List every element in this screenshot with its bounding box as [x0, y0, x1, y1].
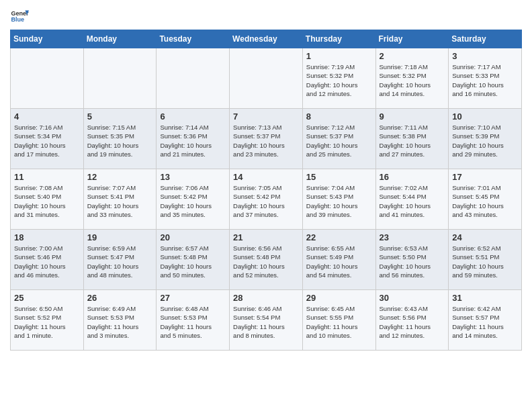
day-info: Sunrise: 6:57 AM Sunset: 5:48 PM Dayligh… [160, 244, 226, 279]
calendar-day-cell [230, 48, 303, 109]
calendar-day-cell [83, 48, 157, 109]
calendar-day-cell: 7Sunrise: 7:13 AM Sunset: 5:37 PM Daylig… [230, 109, 303, 169]
calendar-day-cell: 21Sunrise: 6:56 AM Sunset: 5:48 PM Dayli… [230, 230, 303, 290]
day-number: 12 [87, 172, 153, 182]
day-info: Sunrise: 6:52 AM Sunset: 5:51 PM Dayligh… [452, 244, 518, 279]
day-number: 13 [160, 172, 226, 182]
calendar-day-cell: 20Sunrise: 6:57 AM Sunset: 5:48 PM Dayli… [157, 230, 230, 290]
calendar-day-cell: 19Sunrise: 6:59 AM Sunset: 5:47 PM Dayli… [83, 230, 157, 290]
logo: General Blue [10, 7, 32, 26]
calendar-day-cell: 10Sunrise: 7:10 AM Sunset: 5:39 PM Dayli… [449, 109, 522, 169]
day-info: Sunrise: 7:19 AM Sunset: 5:32 PM Dayligh… [306, 62, 372, 98]
day-info: Sunrise: 7:05 AM Sunset: 5:42 PM Dayligh… [233, 183, 299, 219]
calendar-table: SundayMondayTuesdayWednesdayThursdayFrid… [10, 30, 522, 351]
calendar-day-cell: 2Sunrise: 7:18 AM Sunset: 5:32 PM Daylig… [375, 48, 449, 109]
day-info: Sunrise: 6:55 AM Sunset: 5:49 PM Dayligh… [306, 244, 372, 279]
calendar-week-row: 11Sunrise: 7:08 AM Sunset: 5:40 PM Dayli… [11, 169, 522, 230]
calendar-day-cell: 16Sunrise: 7:02 AM Sunset: 5:44 PM Dayli… [375, 169, 449, 230]
day-info: Sunrise: 6:49 AM Sunset: 5:53 PM Dayligh… [87, 304, 153, 340]
calendar-day-cell: 11Sunrise: 7:08 AM Sunset: 5:40 PM Dayli… [11, 169, 84, 230]
calendar-day-cell: 18Sunrise: 7:00 AM Sunset: 5:46 PM Dayli… [11, 230, 84, 290]
calendar-day-cell: 12Sunrise: 7:07 AM Sunset: 5:41 PM Dayli… [83, 169, 157, 230]
day-info: Sunrise: 7:08 AM Sunset: 5:40 PM Dayligh… [14, 183, 80, 219]
svg-text:Blue: Blue [11, 16, 24, 23]
calendar-week-row: 1Sunrise: 7:19 AM Sunset: 5:32 PM Daylig… [11, 48, 522, 109]
day-info: Sunrise: 7:15 AM Sunset: 5:35 PM Dayligh… [87, 123, 153, 158]
page-header: General Blue [10, 7, 522, 26]
calendar-day-cell: 31Sunrise: 6:42 AM Sunset: 5:57 PM Dayli… [449, 290, 522, 351]
calendar-week-row: 18Sunrise: 7:00 AM Sunset: 5:46 PM Dayli… [11, 230, 522, 290]
day-info: Sunrise: 7:10 AM Sunset: 5:39 PM Dayligh… [452, 123, 518, 158]
calendar-day-cell: 28Sunrise: 6:46 AM Sunset: 5:54 PM Dayli… [230, 290, 303, 351]
weekday-header-row: SundayMondayTuesdayWednesdayThursdayFrid… [11, 30, 522, 48]
day-number: 11 [14, 172, 80, 182]
calendar-day-cell: 4Sunrise: 7:16 AM Sunset: 5:34 PM Daylig… [11, 109, 84, 169]
day-number: 10 [452, 111, 518, 122]
calendar-day-cell: 8Sunrise: 7:12 AM Sunset: 5:37 PM Daylig… [302, 109, 375, 169]
day-info: Sunrise: 7:18 AM Sunset: 5:32 PM Dayligh… [380, 62, 445, 98]
calendar-day-cell: 29Sunrise: 6:45 AM Sunset: 5:55 PM Dayli… [302, 290, 375, 351]
day-number: 27 [160, 293, 226, 303]
day-number: 5 [87, 111, 153, 122]
calendar-day-cell [11, 48, 84, 109]
day-number: 26 [87, 293, 153, 303]
day-info: Sunrise: 7:14 AM Sunset: 5:36 PM Dayligh… [160, 123, 226, 158]
day-info: Sunrise: 7:01 AM Sunset: 5:45 PM Dayligh… [452, 183, 518, 219]
day-info: Sunrise: 6:48 AM Sunset: 5:53 PM Dayligh… [160, 304, 226, 340]
day-info: Sunrise: 6:56 AM Sunset: 5:48 PM Dayligh… [233, 244, 299, 279]
day-number: 23 [380, 232, 445, 242]
day-info: Sunrise: 6:59 AM Sunset: 5:47 PM Dayligh… [87, 244, 153, 279]
day-number: 24 [452, 232, 518, 242]
day-number: 31 [452, 293, 518, 303]
day-number: 3 [452, 51, 518, 61]
day-info: Sunrise: 6:50 AM Sunset: 5:52 PM Dayligh… [14, 304, 80, 340]
day-info: Sunrise: 6:43 AM Sunset: 5:56 PM Dayligh… [380, 304, 445, 340]
calendar-week-row: 25Sunrise: 6:50 AM Sunset: 5:52 PM Dayli… [11, 290, 522, 351]
day-number: 14 [233, 172, 299, 182]
weekday-header-monday: Monday [83, 30, 157, 48]
calendar-day-cell: 5Sunrise: 7:15 AM Sunset: 5:35 PM Daylig… [83, 109, 157, 169]
day-number: 8 [306, 111, 372, 122]
day-number: 2 [380, 51, 445, 61]
day-number: 21 [233, 232, 299, 242]
day-number: 9 [380, 111, 445, 122]
day-number: 17 [452, 172, 518, 182]
calendar-day-cell: 9Sunrise: 7:11 AM Sunset: 5:38 PM Daylig… [375, 109, 449, 169]
calendar-day-cell: 17Sunrise: 7:01 AM Sunset: 5:45 PM Dayli… [449, 169, 522, 230]
day-info: Sunrise: 7:06 AM Sunset: 5:42 PM Dayligh… [160, 183, 226, 219]
weekday-header-saturday: Saturday [449, 30, 522, 48]
day-info: Sunrise: 6:53 AM Sunset: 5:50 PM Dayligh… [380, 244, 445, 279]
day-number: 18 [14, 232, 80, 242]
calendar-day-cell: 1Sunrise: 7:19 AM Sunset: 5:32 PM Daylig… [302, 48, 375, 109]
day-info: Sunrise: 6:46 AM Sunset: 5:54 PM Dayligh… [233, 304, 299, 340]
day-info: Sunrise: 7:17 AM Sunset: 5:33 PM Dayligh… [452, 62, 518, 98]
day-number: 4 [14, 111, 80, 122]
day-number: 6 [160, 111, 226, 122]
day-info: Sunrise: 6:45 AM Sunset: 5:55 PM Dayligh… [306, 304, 372, 340]
day-info: Sunrise: 7:04 AM Sunset: 5:43 PM Dayligh… [306, 183, 372, 219]
day-info: Sunrise: 7:02 AM Sunset: 5:44 PM Dayligh… [380, 183, 445, 219]
day-info: Sunrise: 7:16 AM Sunset: 5:34 PM Dayligh… [14, 123, 80, 158]
day-number: 20 [160, 232, 226, 242]
calendar-day-cell: 15Sunrise: 7:04 AM Sunset: 5:43 PM Dayli… [302, 169, 375, 230]
day-number: 1 [306, 51, 372, 61]
day-number: 19 [87, 232, 153, 242]
day-info: Sunrise: 7:07 AM Sunset: 5:41 PM Dayligh… [87, 183, 153, 219]
calendar-day-cell: 23Sunrise: 6:53 AM Sunset: 5:50 PM Dayli… [375, 230, 449, 290]
calendar-day-cell: 24Sunrise: 6:52 AM Sunset: 5:51 PM Dayli… [449, 230, 522, 290]
weekday-header-tuesday: Tuesday [157, 30, 230, 48]
calendar-day-cell: 6Sunrise: 7:14 AM Sunset: 5:36 PM Daylig… [157, 109, 230, 169]
calendar-week-row: 4Sunrise: 7:16 AM Sunset: 5:34 PM Daylig… [11, 109, 522, 169]
day-info: Sunrise: 6:42 AM Sunset: 5:57 PM Dayligh… [452, 304, 518, 340]
day-number: 28 [233, 293, 299, 303]
weekday-header-thursday: Thursday [302, 30, 375, 48]
calendar-day-cell [157, 48, 230, 109]
day-number: 29 [306, 293, 372, 303]
calendar-day-cell: 3Sunrise: 7:17 AM Sunset: 5:33 PM Daylig… [449, 48, 522, 109]
day-info: Sunrise: 7:12 AM Sunset: 5:37 PM Dayligh… [306, 123, 372, 158]
calendar-day-cell: 26Sunrise: 6:49 AM Sunset: 5:53 PM Dayli… [83, 290, 157, 351]
logo-icon: General Blue [10, 7, 29, 26]
calendar-day-cell: 22Sunrise: 6:55 AM Sunset: 5:49 PM Dayli… [302, 230, 375, 290]
day-number: 22 [306, 232, 372, 242]
weekday-header-friday: Friday [375, 30, 449, 48]
